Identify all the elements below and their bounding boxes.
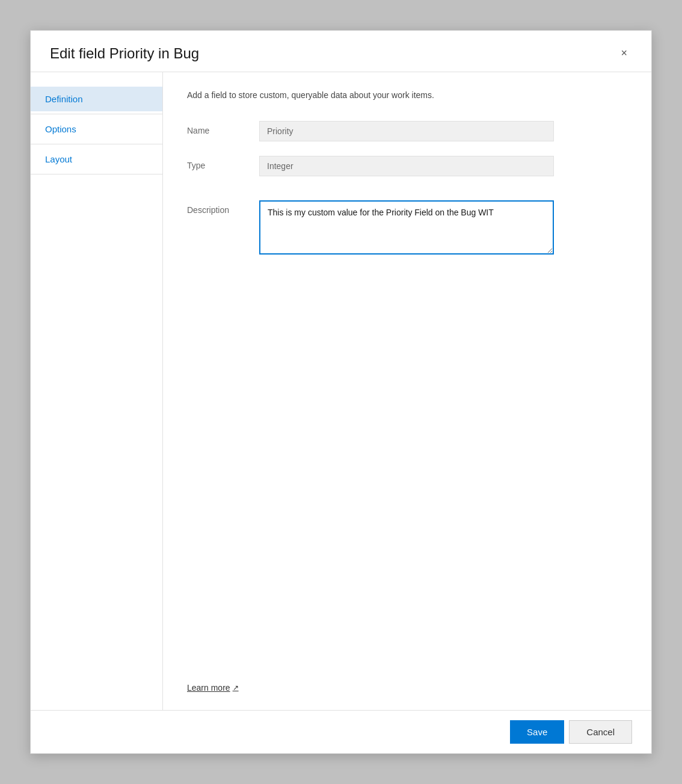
sidebar-divider-3 <box>31 174 162 174</box>
save-button[interactable]: Save <box>510 720 564 744</box>
intro-description: Add a field to store custom, queryable d… <box>187 89 627 102</box>
description-field-group: Description <box>187 200 627 255</box>
edit-field-dialog: Edit field Priority in Bug × Definition … <box>30 30 652 754</box>
main-content: Add a field to store custom, queryable d… <box>163 72 651 710</box>
learn-more-link[interactable]: Learn more ↗ <box>187 683 239 693</box>
sidebar-item-label-definition: Definition <box>45 94 83 104</box>
description-label: Description <box>187 200 259 215</box>
type-field-group: Type <box>187 156 627 176</box>
sidebar-divider-1 <box>31 114 162 114</box>
external-link-icon: ↗ <box>233 684 239 692</box>
sidebar-item-layout[interactable]: Layout <box>31 147 162 171</box>
dialog-title: Edit field Priority in Bug <box>50 45 199 62</box>
type-input[interactable] <box>259 156 554 176</box>
sidebar-item-options[interactable]: Options <box>31 117 162 141</box>
content-spacer <box>187 269 627 658</box>
sidebar-item-definition[interactable]: Definition <box>31 87 162 111</box>
dialog-header: Edit field Priority in Bug × <box>31 31 651 72</box>
name-field-group: Name <box>187 121 627 141</box>
description-textarea[interactable] <box>259 200 554 255</box>
close-button[interactable]: × <box>616 45 632 61</box>
learn-more-section: Learn more ↗ <box>187 658 627 693</box>
name-input[interactable] <box>259 121 554 141</box>
sidebar-item-label-options: Options <box>45 124 76 134</box>
sidebar-divider-2 <box>31 144 162 144</box>
cancel-button[interactable]: Cancel <box>569 720 632 744</box>
type-label: Type <box>187 156 259 170</box>
name-label: Name <box>187 121 259 135</box>
learn-more-label: Learn more <box>187 683 230 693</box>
dialog-footer: Save Cancel <box>31 710 651 753</box>
dialog-body: Definition Options Layout Add a field to… <box>31 72 651 710</box>
sidebar-item-label-layout: Layout <box>45 154 72 164</box>
sidebar: Definition Options Layout <box>31 72 163 710</box>
